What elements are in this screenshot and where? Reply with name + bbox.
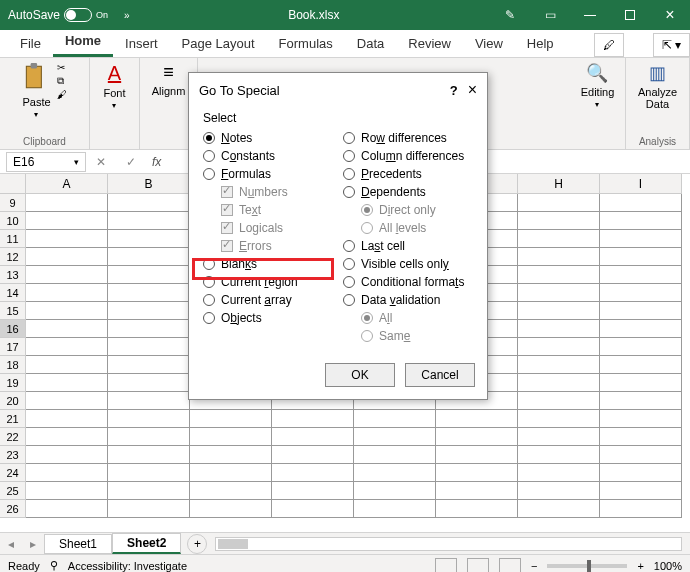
view-pagelayout-icon[interactable] bbox=[467, 558, 489, 573]
cell[interactable] bbox=[518, 428, 600, 446]
cell[interactable] bbox=[518, 194, 600, 212]
cell[interactable] bbox=[518, 464, 600, 482]
cell[interactable] bbox=[108, 194, 190, 212]
sheet-nav-next-icon[interactable]: ▸ bbox=[22, 537, 44, 551]
pen-icon[interactable]: ✎ bbox=[490, 0, 530, 30]
cell[interactable] bbox=[26, 356, 108, 374]
cancel-button[interactable]: Cancel bbox=[405, 363, 475, 387]
qat-more-icon[interactable]: » bbox=[116, 10, 138, 21]
tab-pagelayout[interactable]: Page Layout bbox=[170, 30, 267, 57]
row-header[interactable]: 9 bbox=[0, 194, 26, 212]
tab-data[interactable]: Data bbox=[345, 30, 396, 57]
cell[interactable] bbox=[190, 428, 272, 446]
cell[interactable] bbox=[600, 446, 682, 464]
editing-button[interactable]: 🔍 Editing ▾ bbox=[581, 62, 615, 109]
radio-blanks[interactable]: Blanks bbox=[203, 255, 333, 273]
cell[interactable] bbox=[518, 266, 600, 284]
cell[interactable] bbox=[600, 338, 682, 356]
cell[interactable] bbox=[436, 482, 518, 500]
cell[interactable] bbox=[600, 356, 682, 374]
radio-dependents[interactable]: Dependents bbox=[343, 183, 473, 201]
tab-review[interactable]: Review bbox=[396, 30, 463, 57]
cell[interactable] bbox=[26, 428, 108, 446]
horizontal-scrollbar[interactable] bbox=[215, 537, 682, 551]
cut-icon[interactable]: ✂ bbox=[57, 62, 67, 73]
row-header[interactable]: 22 bbox=[0, 428, 26, 446]
cell[interactable] bbox=[600, 500, 682, 518]
row-header[interactable]: 26 bbox=[0, 500, 26, 518]
cell[interactable] bbox=[600, 410, 682, 428]
row-header[interactable]: 25 bbox=[0, 482, 26, 500]
zoom-slider[interactable] bbox=[547, 564, 627, 568]
copy-icon[interactable]: ⧉ bbox=[57, 75, 67, 87]
cell[interactable] bbox=[26, 338, 108, 356]
radio-col-diff[interactable]: Column differences bbox=[343, 147, 473, 165]
cell[interactable] bbox=[518, 374, 600, 392]
row-header[interactable]: 19 bbox=[0, 374, 26, 392]
radio-formulas[interactable]: Formulas bbox=[203, 165, 333, 183]
cell[interactable] bbox=[108, 230, 190, 248]
cell[interactable] bbox=[600, 194, 682, 212]
cell[interactable] bbox=[26, 500, 108, 518]
cell[interactable] bbox=[26, 302, 108, 320]
cell[interactable] bbox=[26, 320, 108, 338]
sheet-nav-prev-icon[interactable]: ◂ bbox=[0, 537, 22, 551]
radio-constants[interactable]: Constants bbox=[203, 147, 333, 165]
cell[interactable] bbox=[108, 302, 190, 320]
cell[interactable] bbox=[518, 230, 600, 248]
cell[interactable] bbox=[518, 410, 600, 428]
cell[interactable] bbox=[354, 428, 436, 446]
cell[interactable] bbox=[600, 248, 682, 266]
paste-button[interactable]: Paste ▾ bbox=[22, 62, 50, 119]
col-header[interactable]: A bbox=[26, 174, 108, 194]
row-header[interactable]: 13 bbox=[0, 266, 26, 284]
format-painter-icon[interactable]: 🖌 bbox=[57, 89, 67, 100]
cell[interactable] bbox=[436, 428, 518, 446]
radio-objects[interactable]: Objects bbox=[203, 309, 333, 327]
cell[interactable] bbox=[108, 410, 190, 428]
name-box[interactable]: E16▾ bbox=[6, 152, 86, 172]
cell[interactable] bbox=[518, 284, 600, 302]
cell[interactable] bbox=[26, 248, 108, 266]
accessibility-text[interactable]: Accessibility: Investigate bbox=[68, 560, 187, 572]
sheet-tab-2[interactable]: Sheet2 bbox=[112, 533, 181, 554]
cell[interactable] bbox=[600, 482, 682, 500]
radio-current-region[interactable]: Current region bbox=[203, 273, 333, 291]
cell[interactable] bbox=[272, 446, 354, 464]
cell[interactable] bbox=[190, 482, 272, 500]
maximize-button[interactable] bbox=[610, 0, 650, 30]
dialog-close-button[interactable]: × bbox=[468, 81, 477, 99]
cell[interactable] bbox=[26, 392, 108, 410]
tab-formulas[interactable]: Formulas bbox=[267, 30, 345, 57]
cell[interactable] bbox=[600, 374, 682, 392]
radio-last-cell[interactable]: Last cell bbox=[343, 237, 473, 255]
comments-button[interactable]: 🖊 bbox=[594, 33, 624, 57]
cell[interactable] bbox=[108, 446, 190, 464]
row-header[interactable]: 15 bbox=[0, 302, 26, 320]
cell[interactable] bbox=[436, 410, 518, 428]
cell[interactable] bbox=[272, 500, 354, 518]
cell[interactable] bbox=[190, 410, 272, 428]
row-header[interactable]: 10 bbox=[0, 212, 26, 230]
minimize-button[interactable] bbox=[570, 0, 610, 30]
row-header[interactable]: 16 bbox=[0, 320, 26, 338]
row-header[interactable]: 12 bbox=[0, 248, 26, 266]
cell[interactable] bbox=[436, 500, 518, 518]
cell[interactable] bbox=[518, 302, 600, 320]
cell[interactable] bbox=[108, 482, 190, 500]
radio-notes[interactable]: Notes bbox=[203, 129, 333, 147]
cell[interactable] bbox=[26, 482, 108, 500]
row-header[interactable]: 24 bbox=[0, 464, 26, 482]
cell[interactable] bbox=[600, 230, 682, 248]
radio-current-array[interactable]: Current array bbox=[203, 291, 333, 309]
row-header[interactable]: 20 bbox=[0, 392, 26, 410]
cell[interactable] bbox=[518, 212, 600, 230]
cell[interactable] bbox=[600, 266, 682, 284]
col-header[interactable]: I bbox=[600, 174, 682, 194]
cell[interactable] bbox=[600, 284, 682, 302]
add-sheet-button[interactable]: + bbox=[187, 534, 207, 554]
cell[interactable] bbox=[354, 464, 436, 482]
cell[interactable] bbox=[272, 464, 354, 482]
cell[interactable] bbox=[190, 464, 272, 482]
view-pagebreak-icon[interactable] bbox=[499, 558, 521, 573]
